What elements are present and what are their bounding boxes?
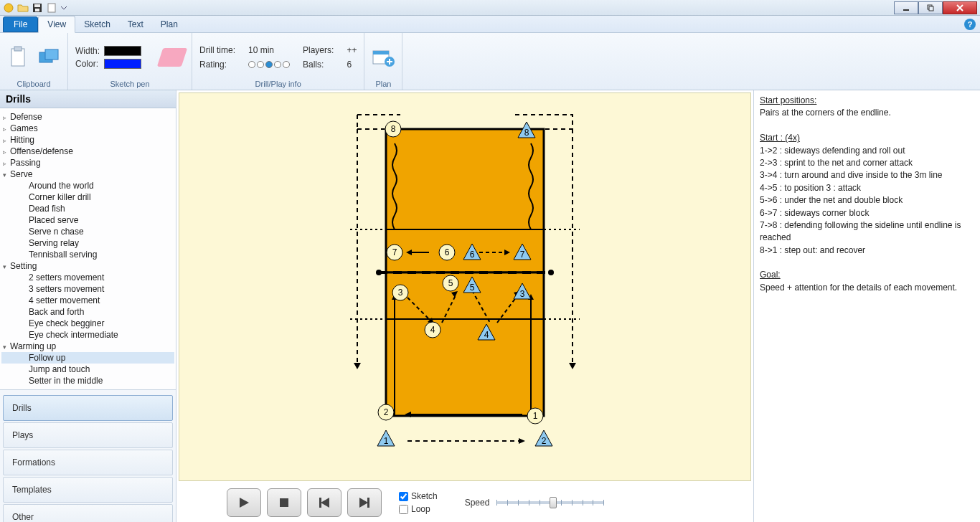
tree-leaf[interactable]: Jump and touch (1, 364, 174, 375)
tree-node[interactable]: Passing (1, 157, 174, 169)
qat-dropdown-icon[interactable] (60, 2, 72, 14)
tree-leaf[interactable]: Corner killer drill (1, 191, 174, 203)
desc-p1: Pairs at the corners of the endline. (760, 107, 974, 119)
svg-text:8: 8 (391, 124, 396, 134)
speed-slider[interactable] (496, 501, 604, 504)
svg-rect-3 (35, 9, 39, 11)
tree-leaf[interactable]: Serve n chase (1, 226, 174, 237)
desc-heading-2: Start : (4x) (760, 132, 974, 144)
marker-circle-5: 5 (443, 275, 458, 291)
tree-leaf[interactable]: Around the world (1, 180, 174, 191)
svg-point-18 (376, 270, 382, 275)
file-tab[interactable]: File (3, 16, 38, 32)
tree-leaf[interactable]: 2 setters movement (1, 272, 174, 283)
tree-node[interactable]: Setting (1, 260, 174, 272)
folder-icon[interactable] (17, 2, 29, 14)
tree-leaf[interactable]: Dead fish (1, 203, 174, 214)
svg-rect-7 (929, 6, 933, 11)
svg-rect-13 (373, 51, 389, 54)
new-icon[interactable] (46, 2, 57, 14)
playback-bar: Sketch Loop Speed (176, 483, 753, 522)
svg-text:4: 4 (484, 330, 489, 340)
titlebar (0, 0, 980, 16)
help-icon[interactable]: ? (964, 19, 976, 30)
ribbon-tabs: File View Sketch Text Plan ? (0, 16, 980, 33)
play-button[interactable] (227, 488, 261, 517)
quick-access-toolbar (3, 2, 72, 14)
svg-rect-4 (48, 4, 55, 12)
nav-other[interactable]: Other (3, 504, 173, 522)
tab-sketch[interactable]: Sketch (75, 16, 119, 32)
copy-icon[interactable] (37, 46, 60, 69)
nav-formations[interactable]: Formations (3, 450, 173, 475)
marker-circle-7: 7 (387, 245, 402, 260)
tree-leaf[interactable]: Eye check begginer (1, 318, 174, 329)
pen-color-selector[interactable] (104, 59, 141, 69)
drill-time-label: Drill time: (199, 45, 235, 55)
sketch-checkbox[interactable]: Sketch (399, 491, 438, 501)
sidebar-title: Drills (0, 90, 176, 108)
svg-rect-2 (34, 4, 40, 7)
tree-node[interactable]: Games (1, 123, 174, 134)
minimize-button[interactable] (894, 1, 918, 14)
loop-checkbox[interactable]: Loop (399, 504, 438, 514)
svg-text:1: 1 (533, 411, 538, 421)
svg-rect-66 (367, 498, 369, 508)
drill-canvas[interactable]: 8 7 6 5 3 4 2 1 8 7 6 5 3 4 1 (179, 92, 751, 481)
tree-node[interactable]: Offense/defense (1, 146, 174, 157)
tab-plan[interactable]: Plan (152, 16, 187, 32)
app-icon (3, 2, 14, 14)
svg-point-19 (548, 270, 554, 275)
pen-width-selector[interactable] (104, 46, 141, 56)
save-icon[interactable] (32, 2, 43, 14)
tree-leaf[interactable]: Serving relay (1, 237, 174, 249)
nav-templates[interactable]: Templates (3, 477, 173, 503)
tree-leaf[interactable]: Setter in the middle (1, 375, 174, 386)
tree-leaf[interactable]: Follow up (1, 352, 174, 364)
nav-drills[interactable]: Drills (3, 395, 173, 421)
group-sketch-pen: Width: Color: Sketch pen (68, 33, 192, 90)
desc-line: 2->3 : sprint to the net and corner atta… (760, 157, 974, 169)
drill-tree[interactable]: DefenseGamesHittingOffense/defensePassin… (0, 108, 176, 390)
plan-icon[interactable] (372, 46, 395, 69)
pen-color-label: Color: (75, 59, 100, 69)
tree-leaf[interactable]: Back and forth (1, 306, 174, 318)
next-button[interactable] (347, 488, 382, 517)
tree-node[interactable]: Warming up (1, 341, 174, 352)
close-button[interactable] (943, 1, 977, 14)
balls-label: Balls: (303, 60, 334, 70)
tree-leaf[interactable]: 3 setters movement (1, 283, 174, 295)
group-drill-info: Drill time: 10 min Players: ++ Rating: B… (192, 33, 364, 90)
stop-button[interactable] (267, 488, 301, 517)
desc-line: 4->5 : to position 3 : attack (760, 182, 974, 194)
eraser-icon[interactable] (157, 48, 187, 67)
ribbon: Clipboard Width: Color: Sketch pen Drill… (0, 33, 980, 90)
svg-text:1: 1 (384, 436, 389, 446)
desc-heading-1: Start positions: (760, 95, 974, 107)
tree-leaf[interactable]: Tennisball serving (1, 249, 174, 260)
prev-button[interactable] (307, 488, 341, 517)
players-label: Players: (303, 45, 334, 55)
tree-leaf[interactable]: 4 setter movement (1, 295, 174, 306)
description-pane: Start positions: Pairs at the corners of… (753, 90, 980, 522)
desc-line: 3->4 : turn around and dive inside to th… (760, 169, 974, 181)
tree-leaf[interactable]: Eye check intermediate (1, 329, 174, 341)
svg-rect-65 (319, 498, 321, 508)
tab-view[interactable]: View (38, 16, 75, 33)
tree-node[interactable]: Serve (1, 169, 174, 180)
desc-p3: Speed + attention for the details of eac… (760, 282, 974, 294)
tree-leaf[interactable]: Placed serve (1, 214, 174, 226)
desc-line: 1->2 : sideways defending and roll out (760, 145, 974, 157)
rating-control[interactable] (248, 61, 290, 68)
window-controls (894, 1, 977, 14)
players-value: ++ (347, 45, 357, 55)
svg-text:7: 7 (392, 247, 397, 257)
paste-icon[interactable] (7, 46, 30, 69)
tree-node[interactable]: Defense (1, 111, 174, 123)
tab-text[interactable]: Text (119, 16, 152, 32)
maximize-button[interactable] (918, 1, 943, 14)
desc-heading-3: Goal: (760, 269, 974, 281)
marker-circle-1: 1 (527, 408, 543, 424)
tree-node[interactable]: Hitting (1, 134, 174, 146)
nav-plays[interactable]: Plays (3, 422, 173, 448)
